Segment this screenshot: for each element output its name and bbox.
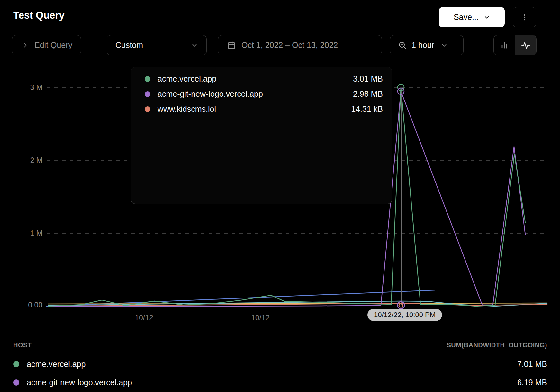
range-preset-value: Custom bbox=[115, 40, 143, 50]
chevron-down-icon bbox=[441, 42, 448, 49]
x-axis-tick-1: 10/12 bbox=[125, 314, 163, 322]
activity-line-icon bbox=[521, 40, 530, 50]
series-color-dot bbox=[145, 106, 150, 112]
y-axis-tick-3m: 3 M bbox=[12, 83, 42, 92]
page-title: Test Query bbox=[13, 10, 65, 21]
y-axis-tick-2m: 2 M bbox=[12, 156, 42, 165]
tooltip-row: acme-git-new-logo.vercel.app 2.98 MB bbox=[145, 86, 383, 102]
chevron-right-icon bbox=[22, 42, 28, 49]
series-color-dot bbox=[13, 361, 19, 367]
more-options-button[interactable] bbox=[513, 7, 536, 27]
bar-chart-icon bbox=[500, 41, 509, 50]
interval-select[interactable]: 1 hour bbox=[390, 35, 464, 55]
date-range-value: Oct 1, 2022 – Oct 13, 2022 bbox=[241, 40, 338, 50]
table-header-host: HOST bbox=[13, 342, 32, 349]
tooltip-value: 14.31 kB bbox=[351, 104, 383, 114]
kebab-menu-icon bbox=[520, 13, 529, 22]
query-builder-page: Test Query Save... Edit Query Custom Oct… bbox=[0, 0, 560, 392]
range-preset-select[interactable]: Custom bbox=[107, 35, 207, 55]
edit-query-button[interactable]: Edit Query bbox=[12, 35, 81, 55]
chevron-down-icon bbox=[483, 14, 490, 21]
cursor-timestamp-pill: 10/12/22, 10:00 PM bbox=[367, 309, 442, 321]
tooltip-host: acme-git-new-logo.vercel.app bbox=[158, 89, 263, 99]
table-row[interactable]: acme.vercel.app 7.01 MB bbox=[13, 357, 547, 371]
table-row[interactable]: acme-git-new-logo.vercel.app 6.19 MB bbox=[13, 376, 547, 389]
tooltip-value: 2.98 MB bbox=[353, 89, 383, 99]
table-header-sum: SUM(BANDWIDTH_OUTGOING) bbox=[447, 342, 547, 349]
tooltip-value: 3.01 MB bbox=[353, 74, 383, 84]
tooltip-row: acme.vercel.app 3.01 MB bbox=[145, 71, 383, 86]
host-cell: acme.vercel.app bbox=[27, 360, 86, 369]
line-chart-toggle-button[interactable] bbox=[515, 35, 537, 55]
y-axis-tick-zero: 0.00 bbox=[12, 301, 42, 309]
date-range-picker[interactable]: Oct 1, 2022 – Oct 13, 2022 bbox=[218, 35, 382, 55]
chart-tooltip: acme.vercel.app 3.01 MB acme-git-new-log… bbox=[131, 67, 392, 204]
tooltip-row: www.kidscms.lol 14.31 kB bbox=[145, 102, 383, 117]
zoom-in-icon bbox=[398, 41, 407, 50]
x-axis-tick-2: 10/12 bbox=[241, 314, 280, 322]
host-cell: acme-git-new-logo.vercel.app bbox=[27, 378, 132, 387]
chart-type-toggle bbox=[493, 35, 537, 55]
edit-query-label: Edit Query bbox=[34, 40, 72, 50]
sum-cell: 6.19 MB bbox=[517, 378, 547, 387]
bar-chart-toggle-button[interactable] bbox=[494, 35, 515, 55]
chevron-down-icon bbox=[191, 42, 198, 49]
calendar-icon bbox=[227, 41, 236, 50]
y-axis-tick-1m: 1 M bbox=[12, 229, 42, 238]
tooltip-host: acme.vercel.app bbox=[158, 74, 216, 84]
tooltip-host: www.kidscms.lol bbox=[158, 104, 216, 114]
save-button-label: Save... bbox=[454, 13, 479, 22]
sum-cell: 7.01 MB bbox=[517, 360, 547, 369]
save-button[interactable]: Save... bbox=[439, 7, 505, 27]
interval-value: 1 hour bbox=[411, 40, 434, 50]
series-color-dot bbox=[145, 91, 150, 97]
series-color-dot bbox=[13, 379, 19, 386]
series-color-dot bbox=[145, 76, 150, 82]
